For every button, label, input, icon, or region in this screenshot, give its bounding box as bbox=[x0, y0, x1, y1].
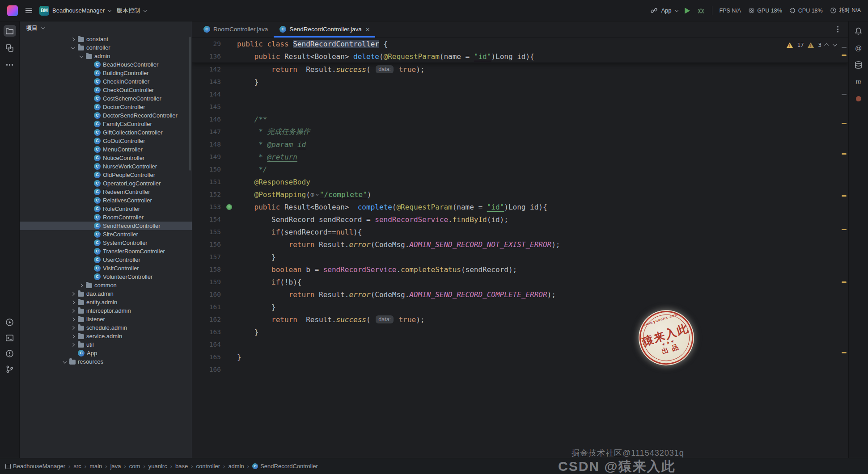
tree-item-admin[interactable]: admin bbox=[20, 52, 192, 60]
tree-item-NoticeController[interactable]: CNoticeController bbox=[20, 154, 192, 162]
warning-stripe-mark[interactable] bbox=[842, 229, 847, 230]
chevron-collapsed-icon[interactable] bbox=[71, 292, 74, 295]
tree-item-OperatorLogController[interactable]: COperatorLogController bbox=[20, 179, 192, 188]
chevron-collapsed-icon[interactable] bbox=[71, 317, 74, 321]
tree-item-DoctorSendRecordController[interactable]: CDoctorSendRecordController bbox=[20, 111, 192, 120]
code-line[interactable]: 145 bbox=[192, 101, 848, 113]
line-number[interactable]: 162 bbox=[192, 316, 221, 323]
tree-item-NurseWorkController[interactable]: CNurseWorkController bbox=[20, 162, 192, 171]
line-number[interactable]: 157 bbox=[192, 253, 221, 260]
breadcrumb-item-yuanlrc[interactable]: yuanlrc bbox=[148, 463, 167, 470]
tree-item-RoleController[interactable]: CRoleController bbox=[20, 205, 192, 213]
line-number[interactable]: 146 bbox=[192, 116, 221, 123]
tree-item-CostSchemeController[interactable]: CCostSchemeController bbox=[20, 94, 192, 103]
line-number[interactable]: 161 bbox=[192, 303, 221, 310]
line-number[interactable]: 151 bbox=[192, 178, 221, 185]
line-number[interactable]: 154 bbox=[192, 216, 221, 223]
tree-item-GoOutController[interactable]: CGoOutController bbox=[20, 137, 192, 145]
line-number[interactable]: 156 bbox=[192, 241, 221, 248]
chevron-collapsed-icon[interactable] bbox=[79, 283, 82, 287]
code-line[interactable]: 136 public Result<Boolean> delete(@Reque… bbox=[192, 50, 848, 63]
next-problem-icon[interactable] bbox=[833, 42, 837, 46]
line-number[interactable]: 145 bbox=[192, 103, 221, 110]
tree-item-schedule.admin[interactable]: schedule.admin bbox=[20, 323, 192, 332]
tree-item-CheckOutController[interactable]: CCheckOutController bbox=[20, 86, 192, 94]
run-button[interactable] bbox=[685, 8, 690, 14]
tree-item-entity.admin[interactable]: entity.admin bbox=[20, 298, 192, 306]
tree-item-SiteController[interactable]: CSiteController bbox=[20, 230, 192, 239]
code-viewport[interactable]: 29public class SendRecordController {136… bbox=[192, 38, 848, 458]
line-number[interactable]: 159 bbox=[192, 278, 221, 285]
breadcrumb-item-admin[interactable]: admin bbox=[228, 463, 244, 470]
line-number[interactable]: 136 bbox=[192, 53, 221, 60]
tree-item-GiftCollectionController[interactable]: CGiftCollectionController bbox=[20, 128, 192, 137]
line-number[interactable]: 163 bbox=[192, 328, 221, 336]
project-panel-header[interactable]: 项目 bbox=[20, 21, 192, 35]
line-number[interactable]: 164 bbox=[192, 341, 221, 348]
code-line[interactable]: 155 if(sendRecord==null){ bbox=[192, 226, 848, 238]
line-number[interactable]: 153 bbox=[192, 203, 221, 210]
tree-item-VolunteerController[interactable]: CVolunteerController bbox=[20, 273, 192, 281]
chevron-expanded-icon[interactable] bbox=[79, 54, 83, 58]
tree-item-DoctorController[interactable]: CDoctorController bbox=[20, 103, 192, 111]
code-line[interactable]: 157 } bbox=[192, 251, 848, 263]
warning-stripe-mark[interactable] bbox=[842, 195, 847, 197]
tree-item-BuildingController[interactable]: CBuildingController bbox=[20, 69, 192, 77]
line-number[interactable]: 150 bbox=[192, 166, 221, 173]
warning-stripe-mark[interactable] bbox=[842, 55, 847, 56]
chevron-collapsed-icon[interactable] bbox=[71, 37, 74, 41]
code-line[interactable]: 148 * @param id bbox=[192, 138, 848, 151]
warning-stripe-mark[interactable] bbox=[842, 352, 847, 353]
code-line[interactable]: 162 return Result.success( data: true); bbox=[192, 313, 848, 326]
run-configuration-selector[interactable]: App bbox=[650, 7, 677, 14]
at-icon[interactable]: @ bbox=[852, 42, 865, 54]
notifications-icon[interactable] bbox=[852, 25, 865, 37]
gradle-icon[interactable] bbox=[852, 93, 865, 105]
line-number[interactable]: 29 bbox=[192, 40, 221, 47]
breadcrumb-item-src[interactable]: src bbox=[73, 463, 81, 470]
code-line[interactable]: 158 boolean b = sendRecordService.comple… bbox=[192, 263, 848, 276]
code-line[interactable]: 147 * 完成任务操作 bbox=[192, 126, 848, 138]
tree-item-OldPeopleController[interactable]: COldPeopleController bbox=[20, 171, 192, 179]
breadcrumb-item-controller[interactable]: controller bbox=[196, 463, 220, 470]
breadcrumb-item-java[interactable]: java bbox=[110, 463, 121, 470]
code-line[interactable]: 29public class SendRecordController { bbox=[192, 38, 848, 50]
vcs-widget[interactable]: 版本控制 bbox=[117, 7, 146, 15]
chevron-collapsed-icon[interactable] bbox=[71, 300, 74, 304]
tab-options-button[interactable] bbox=[833, 25, 842, 34]
code-line[interactable]: 150 */ bbox=[192, 163, 848, 176]
code-line[interactable]: 146 /** bbox=[192, 113, 848, 126]
code-line[interactable]: 159 if(!b){ bbox=[192, 276, 848, 288]
tree-item-TransferRoomController[interactable]: CTransferRoomController bbox=[20, 247, 192, 256]
breadcrumb-item-com[interactable]: com bbox=[129, 463, 140, 470]
breadcrumb-item-BeadhouseManager[interactable]: BeadhouseManager bbox=[5, 463, 65, 470]
line-number[interactable]: 152 bbox=[192, 191, 221, 198]
chevron-collapsed-icon[interactable] bbox=[71, 343, 74, 346]
code-line[interactable]: 163 } bbox=[192, 326, 848, 338]
chevron-expanded-icon[interactable] bbox=[63, 360, 66, 363]
inspections-widget[interactable]: 17 3 bbox=[784, 40, 838, 50]
line-number[interactable]: 155 bbox=[192, 228, 221, 235]
tree-item-RedeemController[interactable]: CRedeemController bbox=[20, 188, 192, 196]
code-line[interactable]: 156 return Result.error(CodeMsg.ADMIN_SE… bbox=[192, 238, 848, 251]
project-widget[interactable]: BM BeadhouseManager bbox=[39, 6, 110, 16]
tree-item-dao.admin[interactable]: dao.admin bbox=[20, 289, 192, 298]
tab-RoomController.java[interactable]: CRoomController.java bbox=[198, 21, 274, 37]
project-scrollbar[interactable] bbox=[189, 37, 191, 171]
tree-item-listener[interactable]: listener bbox=[20, 315, 192, 323]
warning-stripe-mark[interactable] bbox=[842, 153, 847, 155]
line-number[interactable]: 149 bbox=[192, 153, 221, 160]
endpoint-gutter-icon[interactable] bbox=[226, 204, 232, 210]
chevron-expanded-icon[interactable] bbox=[71, 46, 75, 49]
problems-icon[interactable] bbox=[4, 348, 16, 359]
line-number[interactable]: 142 bbox=[192, 66, 221, 73]
close-icon[interactable]: × bbox=[366, 25, 370, 33]
tree-item-CheckInController[interactable]: CCheckInController bbox=[20, 77, 192, 86]
main-menu-button[interactable] bbox=[24, 6, 33, 15]
tree-item-RelativesController[interactable]: CRelativesController bbox=[20, 196, 192, 205]
line-number[interactable]: 148 bbox=[192, 141, 221, 148]
breadcrumb-item-SendRecordController[interactable]: CSendRecordController bbox=[252, 463, 318, 470]
code-line[interactable]: 144 bbox=[192, 88, 848, 101]
line-number[interactable]: 147 bbox=[192, 128, 221, 135]
more-icon[interactable] bbox=[4, 59, 16, 71]
